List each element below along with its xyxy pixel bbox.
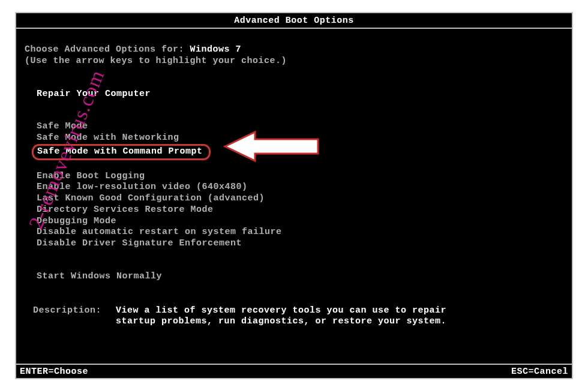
title-bar: Advanced Boot Options — [16, 13, 572, 29]
footer-esc: ESC=Cancel — [511, 367, 568, 378]
menu-item-label: Disable Driver Signature Enforcement — [35, 238, 243, 250]
menu-item-label-highlighted: Safe Mode with Command Prompt — [32, 144, 211, 160]
prompt-prefix: Choose Advanced Options for: — [25, 44, 190, 55]
menu-disable-driver-sig[interactable]: Disable Driver Signature Enforcement — [25, 238, 572, 250]
menu-item-label: Safe Mode — [35, 121, 89, 133]
menu-boot-logging[interactable]: Enable Boot Logging — [25, 171, 572, 182]
menu-ds-restore-mode[interactable]: Directory Services Restore Mode — [25, 205, 572, 216]
menu-item-label: Last Known Good Configuration (advanced) — [35, 193, 266, 205]
menu-debugging-mode[interactable]: Debugging Mode — [25, 216, 572, 227]
footer-bar: ENTER=Choose ESC=Cancel — [16, 364, 572, 378]
boot-options-screen: Advanced Boot Options Choose Advanced Op… — [15, 12, 573, 379]
menu-safe-mode-networking[interactable]: Safe Mode with Networking — [25, 133, 572, 144]
menu-low-res-video[interactable]: Enable low-resolution video (640x480) — [25, 182, 572, 193]
menu-start-normally[interactable]: Start Windows Normally — [25, 271, 572, 283]
menu-item-label: Enable Boot Logging — [35, 171, 146, 182]
menu-item-label: Directory Services Restore Mode — [35, 205, 215, 216]
menu-item-label: Debugging Mode — [35, 216, 118, 227]
menu-repair[interactable]: Repair Your Computer — [25, 89, 572, 100]
os-name: Windows 7 — [190, 44, 242, 55]
menu-item-label: Safe Mode with Networking — [35, 133, 181, 144]
description-block: Description: View a list of system recov… — [33, 305, 572, 328]
description-label: Description: — [33, 305, 116, 328]
menu-safe-mode[interactable]: Safe Mode — [25, 121, 572, 133]
menu-item-label: Start Windows Normally — [35, 271, 163, 283]
choose-line: Choose Advanced Options for: Windows 7 — [25, 44, 572, 56]
footer-enter: ENTER=Choose — [20, 367, 88, 378]
menu-item-label: Disable automatic restart on system fail… — [35, 227, 283, 238]
menu-last-known-good[interactable]: Last Known Good Configuration (advanced) — [25, 193, 572, 205]
title-text: Advanced Boot Options — [234, 16, 354, 26]
content-area: Choose Advanced Options for: Windows 7 (… — [16, 29, 572, 328]
description-text: View a list of system recovery tools you… — [116, 305, 452, 328]
menu-item-label: Enable low-resolution video (640x480) — [35, 182, 249, 193]
menu-item-label: Repair Your Computer — [35, 89, 152, 100]
menu-disable-auto-restart[interactable]: Disable automatic restart on system fail… — [25, 227, 572, 238]
hint-line: (Use the arrow keys to highlight your ch… — [25, 56, 572, 67]
menu-safe-mode-command-prompt[interactable]: Safe Mode with Command Prompt — [25, 144, 572, 160]
